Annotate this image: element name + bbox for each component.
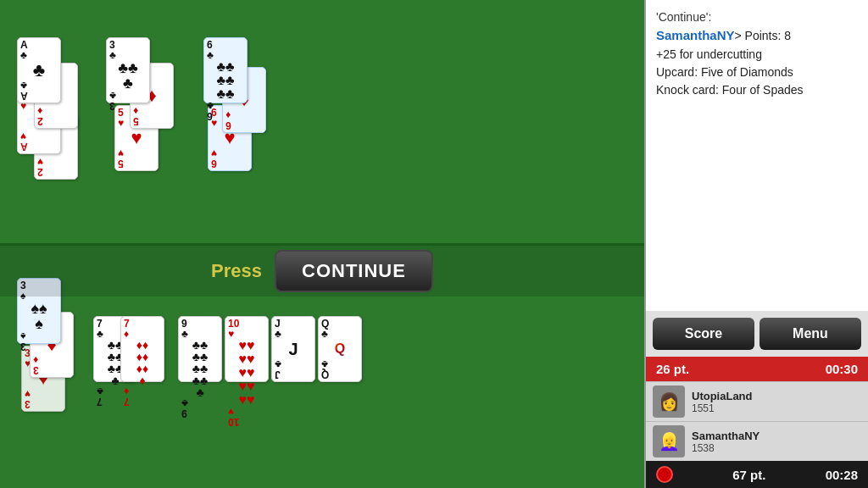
opponent-pile-2: 3♣ ♣♣♣ 3♣ 5♦ ♦ 5♦ 5♥ ♥ 5♥ xyxy=(106,37,182,207)
right-panel: 'Continue': SamanthaNY> Points: 8 +25 fo… xyxy=(644,0,868,488)
card-jc: J♣ J J♣ xyxy=(271,316,315,382)
card-ac: A♣ ♣ A♣ xyxy=(17,37,61,103)
game-area: A♣ ♣ A♣ 2♦ ♦ 2♦ A♥ ♥ A♥ 2♥ xyxy=(0,0,644,488)
player-pile-1: 3♠ ♠♠♠ 3♠ 3♦ ♦ 3♦ 3♥ ♥ 3♥ xyxy=(17,278,81,464)
info-box: 'Continue': SamanthaNY> Points: 8 +25 fo… xyxy=(646,0,868,311)
score-bottom-row: 67 pt. 00:28 xyxy=(646,461,868,488)
continue-bar: Press CONTINUE xyxy=(0,246,644,297)
player-hand: 7♣ ♣♣♣♣♣♣♣ 7♣ 7♦ ♦♦♦♦♦♦♦ 7♦ 9♣ ♣♣♣♣♣♣♣♣♣… xyxy=(93,308,415,443)
card-7d: 7♦ ♦♦♦♦♦♦♦ 7♦ xyxy=(120,316,164,382)
opponent-pile-1: A♣ ♣ A♣ 2♦ ♦ 2♦ A♥ ♥ A♥ 2♥ xyxy=(17,37,85,207)
player2-avatar: 👱‍♀️ xyxy=(653,425,685,458)
opponent-pile-3: 6♣ ♣♣♣♣♣♣ 6♣ 6♦ ♦ 6♦ 6♥ ♥ 6♥ xyxy=(203,37,280,207)
card-10h: 10♥ ♥♥♥♥♥♥♥♥♥♥ 10♥ xyxy=(225,316,269,382)
player1-row: 👩 UtopiaLand 1551 xyxy=(646,381,868,421)
undercut-text: +25 for undercutting xyxy=(656,46,858,64)
press-label: Press xyxy=(211,260,262,282)
score-button[interactable]: Score xyxy=(653,318,754,350)
top-points: 26 pt. xyxy=(656,362,689,376)
player2-avatar-img: 👱‍♀️ xyxy=(653,425,685,458)
score-top-row: 26 pt. 00:30 xyxy=(646,357,868,381)
knock-text: Knock card: Four of Spades xyxy=(656,81,858,99)
continue-button[interactable]: CONTINUE xyxy=(275,250,433,292)
opponent-area: A♣ ♣ A♣ 2♦ ♦ 2♦ A♥ ♥ A♥ 2♥ xyxy=(0,0,644,246)
main-layout: A♣ ♣ A♣ 2♦ ♦ 2♦ A♥ ♥ A♥ 2♥ xyxy=(0,0,868,488)
top-time: 00:30 xyxy=(826,362,858,376)
menu-button[interactable]: Menu xyxy=(760,318,861,350)
card-9c: 9♣ ♣♣♣♣♣♣♣♣♣ 9♣ xyxy=(178,316,222,382)
player2-score: 1538 xyxy=(692,442,861,454)
record-icon xyxy=(656,466,673,483)
points-text: > Points: 8 xyxy=(735,29,792,42)
player1-name: UtopiaLand xyxy=(692,390,861,402)
scoreboard: 26 pt. 00:30 👩 UtopiaLand 1551 👱‍♀️ xyxy=(646,357,868,488)
bottom-points: 67 pt. xyxy=(732,468,765,482)
player1-avatar-img: 👩 xyxy=(653,385,685,418)
card-6c: 6♣ ♣♣♣♣♣♣ 6♣ xyxy=(203,37,248,103)
continue-text: 'Continue': xyxy=(656,8,858,26)
card-qc: Q♣ Q Q♣ xyxy=(318,316,362,382)
player1-info: UtopiaLand 1551 xyxy=(692,390,861,414)
card-3c: 3♣ ♣♣♣ 3♣ xyxy=(106,37,150,103)
player2-name: SamanthaNY xyxy=(692,430,861,442)
player-name-highlight: SamanthaNY xyxy=(656,28,735,42)
bottom-time: 00:28 xyxy=(826,468,858,482)
player2-info: SamanthaNY 1538 xyxy=(692,430,861,454)
player1-avatar: 👩 xyxy=(653,385,685,418)
upcard-text: Upcard: Five of Diamonds xyxy=(656,64,858,81)
player1-score: 1551 xyxy=(692,402,861,414)
panel-button-row: Score Menu xyxy=(646,311,868,357)
player2-row: 👱‍♀️ SamanthaNY 1538 xyxy=(646,421,868,461)
